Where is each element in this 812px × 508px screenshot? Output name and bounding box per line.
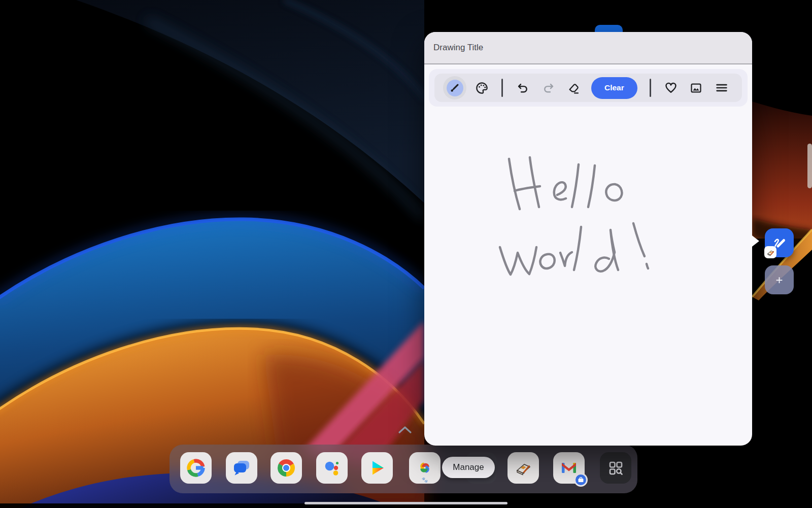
screen: 🐾 xyxy=(0,0,812,508)
palette-tool-button[interactable] xyxy=(469,76,494,100)
app-drawer-search-icon[interactable] xyxy=(600,452,631,484)
messages-app-icon[interactable] xyxy=(226,452,257,484)
photos-app-icon[interactable]: 🐾 xyxy=(409,452,441,484)
grid-search-icon xyxy=(606,458,625,478)
brush-tool-button[interactable] xyxy=(441,76,469,100)
clear-button[interactable]: Clear xyxy=(591,77,637,99)
redo-button[interactable] xyxy=(535,76,561,100)
edge-scrollbar[interactable] xyxy=(807,144,812,188)
brush-selected-ring xyxy=(443,76,466,99)
drawing-title-field[interactable]: Drawing Title xyxy=(433,43,483,53)
undo-button[interactable] xyxy=(510,76,535,100)
add-bubble-button[interactable]: + xyxy=(765,265,794,294)
drawing-app-window: Drawing Title xyxy=(424,32,752,446)
toolbar-divider xyxy=(501,79,503,97)
eraser-icon xyxy=(567,81,581,95)
paw-badge-icon: 🐾 xyxy=(422,478,428,483)
assistant-app-icon[interactable] xyxy=(316,452,348,484)
handwriting-hello-world xyxy=(424,97,752,446)
plus-icon: + xyxy=(775,273,783,287)
toolbar-divider xyxy=(650,79,651,97)
play-triangle-icon xyxy=(367,458,387,478)
manage-button[interactable]: Manage xyxy=(442,457,495,478)
journal-app-icon[interactable] xyxy=(507,452,539,484)
assistant-dots-icon xyxy=(322,458,342,478)
chrome-logo-icon xyxy=(277,458,296,478)
drawing-bubble-button[interactable] xyxy=(765,228,794,257)
journal-book-icon xyxy=(513,458,533,478)
play-store-app-icon[interactable] xyxy=(361,452,393,484)
heart-icon xyxy=(664,81,678,95)
insert-image-button[interactable] xyxy=(684,76,709,100)
drawing-canvas[interactable] xyxy=(424,97,752,446)
window-edge-arrow-icon[interactable] xyxy=(750,234,759,248)
window-titlebar[interactable]: Drawing Title xyxy=(424,32,752,64)
journal-badge-icon xyxy=(764,246,776,258)
google-g-icon xyxy=(186,458,206,478)
gesture-navigation-bar[interactable] xyxy=(304,502,507,504)
chrome-app-icon[interactable] xyxy=(270,452,302,484)
redo-icon xyxy=(542,81,555,95)
gmail-app-icon[interactable] xyxy=(553,452,585,484)
favorite-button[interactable] xyxy=(658,76,684,100)
work-profile-badge-icon xyxy=(574,473,588,487)
undo-icon xyxy=(516,81,530,95)
chevron-up-icon[interactable] xyxy=(397,425,413,436)
palette-icon xyxy=(475,81,489,95)
brush-icon xyxy=(447,80,463,96)
photos-pinwheel-icon xyxy=(415,458,434,478)
google-app-icon[interactable] xyxy=(180,452,212,484)
menu-button[interactable] xyxy=(709,76,734,100)
chat-bubble-icon xyxy=(232,458,251,478)
eraser-tool-button[interactable] xyxy=(561,76,586,100)
taskbar-dock: 🐾 xyxy=(170,445,637,493)
hamburger-menu-icon xyxy=(715,81,729,95)
image-icon xyxy=(689,81,703,95)
